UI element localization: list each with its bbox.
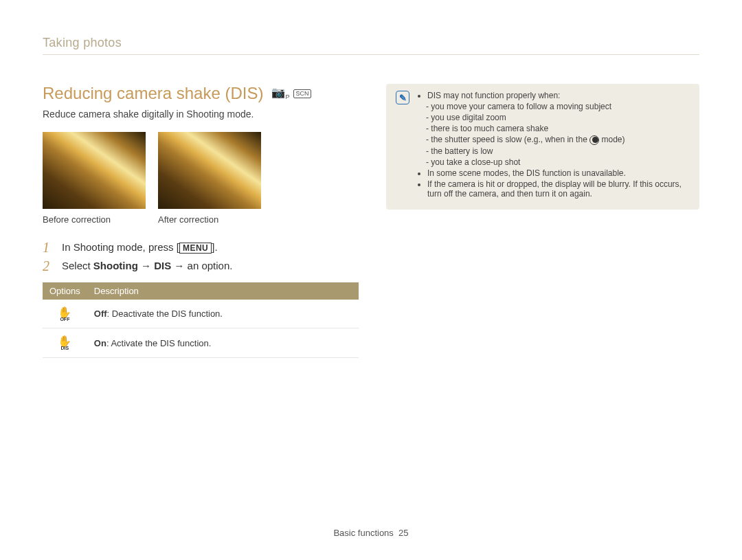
note-icon: ✎	[396, 91, 409, 104]
scn-icon: SCN	[293, 89, 311, 98]
table-row: ✋ OFF Off: Deactivate the DIS function.	[43, 300, 359, 328]
table-row: ✋ DIS On: Activate the DIS function.	[43, 328, 359, 357]
mode-icons: 📷P SCN	[271, 86, 311, 100]
breadcrumb: Taking photos	[43, 36, 699, 50]
note-sub-4: the shutter speed is slow (e.g., when in…	[426, 135, 690, 145]
note-lead: DIS may not function properly when:	[427, 91, 690, 100]
steps-list: In Shooting mode, press [MENU]. Select S…	[43, 241, 359, 271]
after-caption: After correction	[158, 214, 261, 225]
menu-key-icon: MENU	[179, 243, 212, 254]
row-on-desc: On: Activate the DIS function.	[87, 328, 359, 357]
after-photo	[158, 132, 261, 209]
note-bullet-scene: In some scene modes, the DIS function is…	[427, 168, 690, 178]
step2-shooting: Shooting	[93, 260, 138, 271]
page-footer: Basic functions 25	[0, 528, 742, 538]
step2-post: → an option.	[171, 260, 232, 271]
note-body: DIS may not function properly when: you …	[416, 91, 690, 200]
note-sub-3: there is too much camera shake	[426, 124, 690, 133]
divider	[43, 54, 699, 55]
before-caption: Before correction	[43, 214, 146, 225]
row-off-desc: Off: Deactivate the DIS function.	[87, 300, 359, 328]
options-table: Options Description ✋ OFF Off: Deactivat…	[43, 282, 359, 358]
note-sub-6: you take a close-up shot	[426, 157, 690, 167]
note-bullet-drop: If the camera is hit or dropped, the dis…	[427, 179, 690, 199]
th-options: Options	[43, 282, 87, 300]
step2-pre: Select	[62, 260, 93, 271]
th-description: Description	[87, 282, 359, 300]
night-mode-icon	[589, 135, 599, 145]
step1-pre: In Shooting mode, press [	[62, 241, 179, 253]
note-sub-2: you use digital zoom	[426, 113, 690, 122]
dis-on-icon: ✋ DIS	[58, 337, 71, 350]
step2-arrow1: →	[138, 260, 154, 271]
before-photo	[43, 132, 146, 209]
step2-dis: DIS	[154, 260, 171, 271]
step-2: Select Shooting → DIS → an option.	[43, 260, 359, 271]
photo-row: Before correction After correction	[43, 132, 359, 225]
step-1: In Shooting mode, press [MENU].	[43, 241, 359, 253]
page-title: Reducing camera shake (DIS) 📷P SCN	[43, 84, 359, 103]
camera-p-icon: 📷P	[271, 86, 289, 100]
step1-post: ].	[212, 241, 217, 253]
note-sub-5: the battery is low	[426, 146, 690, 156]
title-text: Reducing camera shake (DIS)	[43, 84, 263, 103]
intro-text: Reduce camera shake digitally in Shootin…	[43, 109, 359, 120]
dis-off-icon: ✋ OFF	[58, 309, 71, 321]
note-box: ✎ DIS may not function properly when: yo…	[386, 84, 699, 210]
note-sub-1: you move your camera to follow a moving …	[426, 102, 690, 111]
footer-section: Basic functions	[333, 528, 393, 538]
footer-page: 25	[398, 528, 408, 538]
